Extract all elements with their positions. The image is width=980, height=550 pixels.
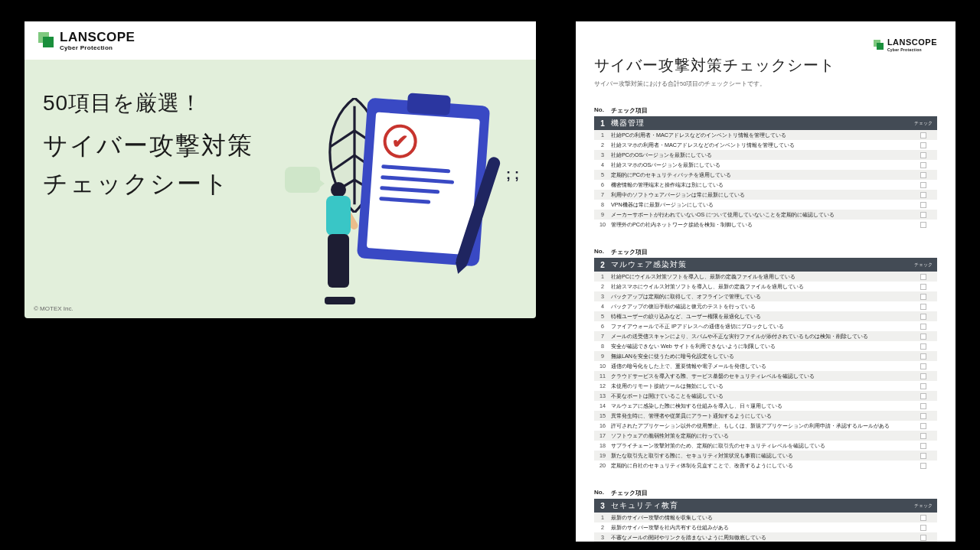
row-text: メーカーサポートが行われていないOS について使用していないことを定期的に確認し… bbox=[611, 211, 910, 219]
row-checkbox[interactable] bbox=[910, 443, 937, 449]
row-number: 20 bbox=[594, 462, 611, 469]
section-header: 3セキュリティ教育チェック bbox=[594, 499, 937, 513]
row-number: 1 bbox=[594, 132, 611, 138]
row-checkbox[interactable] bbox=[910, 353, 937, 360]
row-number: 2 bbox=[594, 142, 611, 148]
row-checkbox[interactable] bbox=[910, 515, 937, 521]
row-checkbox[interactable] bbox=[910, 393, 937, 399]
brand-tagline: Cyber Protection bbox=[60, 44, 135, 51]
checkmark-icon: ✔ bbox=[382, 123, 418, 159]
checklist-row: 6機密情報の管理端末と操作端末は別にしている bbox=[594, 180, 937, 190]
section-name: 機器管理 bbox=[611, 118, 910, 129]
row-number: 10 bbox=[594, 363, 611, 369]
checklist-row: 7利用中のソフトウェアバージョンは常に最新にしている bbox=[594, 190, 937, 200]
sheet-title: サイバー攻撃対策チェックシート bbox=[594, 55, 937, 76]
row-checkbox[interactable] bbox=[910, 182, 937, 188]
row-text: 管理外のPCの社内ネットワーク接続を検知・制御している bbox=[611, 221, 910, 229]
checklist-row: 17ソフトウェアの脆弱性対策を定期的に行っている bbox=[594, 431, 937, 441]
row-number: 4 bbox=[594, 161, 611, 168]
row-number: 7 bbox=[594, 333, 611, 340]
col-item: チェック項目 bbox=[611, 248, 648, 256]
row-text: 定期的に自社のセキュリティ体制を見直すことで、改善するようにしている bbox=[611, 462, 910, 470]
row-checkbox[interactable] bbox=[910, 274, 937, 280]
row-checkbox[interactable] bbox=[910, 383, 937, 389]
checklist-row: 5定期的にPCのセキュリティパッチを適用している bbox=[594, 170, 937, 180]
row-checkbox[interactable] bbox=[910, 324, 937, 330]
row-checkbox[interactable] bbox=[910, 334, 937, 340]
row-number: 2 bbox=[594, 524, 611, 531]
row-text: 安全が確認できない Web サイトを利用できないように制限している bbox=[611, 343, 910, 350]
row-checkbox[interactable] bbox=[910, 413, 937, 419]
checklist-row: 15異常発生時に、管理者や従業員にアラート通知するようにしている bbox=[594, 411, 937, 421]
row-checkbox[interactable] bbox=[910, 535, 937, 541]
row-text: 社給スマホにウイルス対策ソフトを導入し、最新の定義ファイルを適用している bbox=[611, 283, 910, 291]
row-text: 社給スマホのOSバージョンを最新にしている bbox=[611, 161, 910, 169]
row-checkbox[interactable] bbox=[910, 202, 937, 208]
row-checkbox[interactable] bbox=[910, 142, 937, 148]
row-text: 社給PCにウイルス対策ソフトを導入し、最新の定義ファイルを適用している bbox=[611, 273, 910, 281]
row-checkbox[interactable] bbox=[910, 314, 937, 320]
row-checkbox[interactable] bbox=[910, 192, 937, 198]
row-checkbox[interactable] bbox=[910, 423, 937, 429]
row-text: クラウドサービスを導入する際、サービス基盤のセキュリティレベルを確認している bbox=[611, 373, 910, 380]
row-number: 6 bbox=[594, 323, 611, 330]
section-columns: No.チェック項目 bbox=[594, 487, 937, 499]
row-checkbox[interactable] bbox=[910, 294, 937, 300]
section-columns: No.チェック項目 bbox=[594, 246, 937, 258]
row-checkbox[interactable] bbox=[910, 463, 937, 469]
col-item: チェック項目 bbox=[611, 489, 648, 497]
brand-block: LANSCOPE Cyber Protection bbox=[60, 31, 135, 51]
row-checkbox[interactable] bbox=[910, 284, 937, 290]
row-checkbox[interactable] bbox=[910, 525, 937, 531]
col-check: チェック bbox=[910, 503, 937, 509]
row-text: ファイアウォールで不正 IPアドレスへの通信を適切にブロックしている bbox=[611, 323, 910, 330]
row-checkbox[interactable] bbox=[910, 172, 937, 178]
clipboard-icon: ✔ bbox=[357, 98, 490, 267]
checklist-row: 2社給スマホの利用者・MACアドレスなどのインベントリ情報を管理している bbox=[594, 140, 937, 150]
section-rows: 1社給PCの利用者・MACアドレスなどのインベントリ情報を管理している2社給スマ… bbox=[594, 130, 937, 229]
row-checkbox[interactable] bbox=[910, 403, 937, 409]
row-checkbox[interactable] bbox=[910, 433, 937, 439]
sections-container: No.チェック項目1機器管理チェック1社給PCの利用者・MACアドレスなどのイン… bbox=[594, 105, 937, 542]
row-text: 社給PCの利用者・MACアドレスなどのインベントリ情報を管理している bbox=[611, 132, 910, 139]
row-checkbox[interactable] bbox=[910, 212, 937, 218]
checklist-row: 20定期的に自社のセキュリティ体制を見直すことで、改善するようにしている bbox=[594, 461, 937, 470]
row-checkbox[interactable] bbox=[910, 453, 937, 459]
checklist-row: 7メールの送受信スキャンにより、スパムや不正な実行ファイルが添付されているものは… bbox=[594, 331, 937, 341]
checklist-row: 13不要なポートは開けていることを確認している bbox=[594, 391, 937, 401]
checklist-row: 10管理外のPCの社内ネットワーク接続を検知・制御している bbox=[594, 220, 937, 229]
row-text: メールの送受信スキャンにより、スパムや不正な実行ファイルが添付されているものは検… bbox=[611, 333, 910, 340]
row-number: 8 bbox=[594, 201, 611, 208]
section-name: マルウェア感染対策 bbox=[611, 259, 910, 270]
row-number: 1 bbox=[594, 514, 611, 521]
col-check: チェック bbox=[910, 120, 937, 127]
checklist-row: 4バックアップの復旧手順の確認と復元のテストを行っている bbox=[594, 301, 937, 311]
row-number: 3 bbox=[594, 151, 611, 158]
checklist-row: 2最新のサイバー攻撃を社内共有する仕組みがある bbox=[594, 522, 937, 532]
brand-logo-icon bbox=[38, 32, 55, 49]
row-number: 9 bbox=[594, 353, 611, 360]
brand-tagline: Cyber Protection bbox=[887, 47, 937, 52]
sheet-brand: LANSCOPE Cyber Protection bbox=[874, 38, 937, 52]
section: No.チェック項目2マルウェア感染対策チェック1社給PCにウイルス対策ソフトを導… bbox=[594, 246, 937, 470]
row-number: 19 bbox=[594, 452, 611, 459]
row-checkbox[interactable] bbox=[910, 152, 937, 158]
section: No.チェック項目3セキュリティ教育チェック1最新のサイバー攻撃の情報を収集して… bbox=[594, 487, 937, 542]
row-checkbox[interactable] bbox=[910, 373, 937, 379]
row-text: 異常発生時に、管理者や従業員にアラート通知するようにしている bbox=[611, 412, 910, 420]
row-checkbox[interactable] bbox=[910, 162, 937, 168]
row-number: 12 bbox=[594, 382, 611, 389]
section-header: 2マルウェア感染対策チェック bbox=[594, 258, 937, 272]
col-no: No. bbox=[594, 489, 611, 497]
row-checkbox[interactable] bbox=[910, 304, 937, 310]
row-text: 最新のサイバー攻撃を社内共有する仕組みがある bbox=[611, 524, 910, 532]
row-text: 社給スマホの利用者・MACアドレスなどのインベントリ情報を管理している bbox=[611, 142, 910, 149]
row-checkbox[interactable] bbox=[910, 222, 937, 228]
row-checkbox[interactable] bbox=[910, 132, 937, 138]
row-number: 17 bbox=[594, 432, 611, 439]
section-columns: No.チェック項目 bbox=[594, 105, 937, 116]
checklist-row: 14マルウェアに感染した際に検知する仕組みを導入し、日々運用している bbox=[594, 401, 937, 411]
row-checkbox[interactable] bbox=[910, 363, 937, 369]
row-text: マルウェアに感染した際に検知する仕組みを導入し、日々運用している bbox=[611, 402, 910, 410]
row-checkbox[interactable] bbox=[910, 343, 937, 350]
